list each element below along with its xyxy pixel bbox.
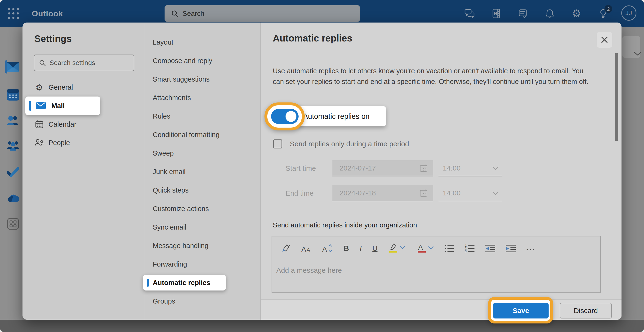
category-compose-and-reply[interactable]: Compose and reply xyxy=(145,52,260,70)
rail-groups-icon[interactable] xyxy=(6,139,20,152)
checkbox-label: Send replies only during a time period xyxy=(290,140,409,148)
avatar[interactable]: JJ xyxy=(621,6,636,21)
settings-search-input[interactable]: Search settings xyxy=(34,55,134,71)
settings-sidebar: Settings Search settings ⚙ General Mail xyxy=(22,23,145,320)
selection-bar xyxy=(147,279,149,287)
bold-icon[interactable]: B xyxy=(344,242,349,253)
start-time-field[interactable]: 14:00 xyxy=(438,160,502,177)
font-color-icon[interactable]: A xyxy=(416,242,434,253)
category-layout[interactable]: Layout xyxy=(145,33,260,52)
rail-calendar-icon[interactable] xyxy=(6,88,20,101)
highlight-icon[interactable] xyxy=(388,242,406,253)
formatting-toolbar: AA A B I U A xyxy=(272,236,600,253)
bullet-list-icon[interactable] xyxy=(445,242,454,253)
discard-button[interactable]: Discard xyxy=(560,303,612,318)
italic-icon[interactable]: I xyxy=(360,242,362,253)
background-content xyxy=(622,27,644,320)
notifications-icon[interactable] xyxy=(544,8,556,19)
settings-title: Settings xyxy=(34,34,72,44)
rail-apps-icon[interactable] xyxy=(6,217,20,231)
selection-bar xyxy=(29,101,31,111)
description-text: Use automatic replies to let others know… xyxy=(273,66,592,87)
app-launcher-icon[interactable] xyxy=(8,8,19,19)
category-conditional-formatting[interactable]: Conditional formatting xyxy=(145,125,260,144)
search-icon xyxy=(171,10,178,17)
sidebar-item-general[interactable]: ⚙ General xyxy=(22,78,145,96)
calendar-icon xyxy=(420,164,428,172)
time-period-checkbox-row[interactable]: Send replies only during a time period xyxy=(273,139,409,148)
calendar-icon xyxy=(34,120,44,128)
settings-icon[interactable]: ⚙ xyxy=(571,8,582,19)
sidebar-item-people[interactable]: People xyxy=(22,133,145,152)
category-rules[interactable]: Rules xyxy=(145,107,260,125)
category-attachments[interactable]: Attachments xyxy=(145,88,260,107)
outdent-icon[interactable] xyxy=(485,242,495,253)
calendar-icon xyxy=(420,189,428,197)
chat-icon[interactable] xyxy=(464,8,475,19)
sidebar-item-calendar[interactable]: Calendar xyxy=(22,115,145,133)
start-date-field[interactable]: 2024-07-17 xyxy=(332,160,433,177)
category-smart-suggestions[interactable]: Smart suggestions xyxy=(145,70,260,88)
category-customize-actions[interactable]: Customize actions xyxy=(145,200,260,218)
close-button[interactable] xyxy=(597,32,612,48)
automatic-replies-toggle[interactable] xyxy=(271,109,298,124)
rail-onedrive-icon[interactable] xyxy=(6,191,20,204)
category-groups[interactable]: Groups xyxy=(145,292,260,310)
reply-message-editor[interactable]: AA A B I U A xyxy=(272,236,601,293)
end-time-row: End time 2024-07-18 14:00 xyxy=(261,185,622,201)
sidebar-item-mail[interactable]: Mail xyxy=(25,96,100,115)
gear-icon: ⚙ xyxy=(34,83,44,92)
header-divider xyxy=(261,58,622,58)
rail-mail-icon[interactable] xyxy=(6,60,20,74)
settings-dialog: Settings Search settings ⚙ General Mail xyxy=(22,23,622,320)
automatic-replies-panel: Automatic replies Use automatic replies … xyxy=(260,23,622,320)
scrollbar-thumb[interactable] xyxy=(615,53,618,141)
rail-todo-icon[interactable] xyxy=(6,165,20,178)
chevron-down-icon xyxy=(633,51,642,57)
mail-categories: Layout Compose and reply Smart suggestio… xyxy=(145,23,260,320)
font-size-icon[interactable]: A xyxy=(322,242,333,253)
notes-icon[interactable] xyxy=(517,8,529,19)
indent-icon[interactable] xyxy=(506,242,516,253)
highlight-ring: Save xyxy=(488,297,553,323)
end-date-field[interactable]: 2024-07-18 xyxy=(332,185,433,201)
checkbox[interactable] xyxy=(273,139,282,148)
font-icon[interactable]: AA xyxy=(302,242,312,253)
end-time-field[interactable]: 14:00 xyxy=(438,185,502,201)
svg-text:3: 3 xyxy=(465,250,467,253)
panel-title: Automatic replies xyxy=(273,33,352,44)
more-options-icon[interactable]: ··· xyxy=(526,242,536,253)
toggle-knob xyxy=(286,111,296,122)
close-icon xyxy=(600,36,608,44)
global-search-input[interactable]: Search xyxy=(164,5,360,22)
underline-icon[interactable]: U xyxy=(372,242,378,253)
category-automatic-replies[interactable]: Automatic replies xyxy=(143,275,226,290)
mail-icon xyxy=(36,102,46,110)
svg-text:A: A xyxy=(418,243,423,251)
svg-text:N: N xyxy=(494,11,497,16)
chevron-down-icon xyxy=(492,191,499,195)
search-icon xyxy=(39,60,46,66)
numbered-list-icon[interactable]: 123 xyxy=(465,242,475,253)
format-painter-icon[interactable] xyxy=(282,242,291,253)
start-time-row: Start time 2024-07-17 14:00 xyxy=(261,160,622,177)
category-forwarding[interactable]: Forwarding xyxy=(145,255,260,273)
toggle-label: Automatic replies on xyxy=(303,106,370,126)
search-placeholder: Search xyxy=(182,10,204,18)
save-button[interactable]: Save xyxy=(493,303,548,318)
end-time-label: End time xyxy=(286,185,314,201)
inside-org-label: Send automatic replies inside your organ… xyxy=(273,221,417,229)
category-junk-email[interactable]: Junk email xyxy=(145,162,260,181)
category-sync-email[interactable]: Sync email xyxy=(145,218,260,236)
category-message-handling[interactable]: Message handling xyxy=(145,236,260,255)
editor-placeholder: Add a message here xyxy=(276,266,600,274)
category-quick-steps[interactable]: Quick steps xyxy=(145,181,260,200)
rail-people-icon[interactable] xyxy=(6,114,20,127)
svg-text:A: A xyxy=(322,245,327,253)
outlook-screen: Outlook Search N ⚙ 2 JJ xyxy=(0,0,644,332)
panel-footer: Discard xyxy=(261,299,622,320)
onenote-icon[interactable]: N xyxy=(490,8,502,19)
app-rail xyxy=(0,27,22,320)
category-sweep[interactable]: Sweep xyxy=(145,144,260,162)
svg-text:A: A xyxy=(306,247,310,253)
